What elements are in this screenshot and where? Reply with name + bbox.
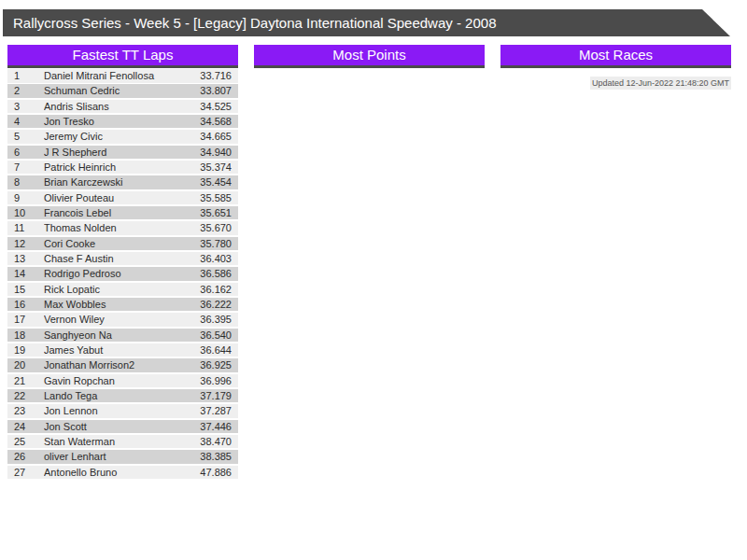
rank-cell: 18 (7, 329, 44, 343)
lap-time-cell: 38.385 (180, 450, 238, 464)
driver-name-cell: Vernon Wiley (44, 313, 180, 327)
table-row: 18Sanghyeon Na36.540 (7, 329, 238, 343)
table-row: 6J R Shepherd34.940 (7, 146, 238, 160)
driver-name-cell: J R Shepherd (44, 146, 180, 160)
table-row: 2Schuman Cedric33.807 (7, 84, 238, 98)
page-title-bar: Rallycross Series - Week 5 - [Legacy] Da… (3, 9, 730, 36)
rank-cell: 12 (7, 237, 44, 251)
rank-cell: 1 (7, 69, 44, 83)
table-row: 27Antonello Bruno47.886 (7, 466, 238, 480)
driver-name-cell: Jon Scott (44, 420, 180, 434)
lap-time-cell: 35.374 (180, 161, 238, 175)
table-row: 1Daniel Mitrani Fenollosa33.716 (7, 69, 238, 83)
rank-cell: 4 (7, 115, 44, 129)
lap-time-cell: 35.454 (180, 175, 238, 189)
rank-cell: 2 (7, 84, 44, 98)
table-row: 17Vernon Wiley36.395 (7, 313, 238, 327)
table-row: 3Andris Slisans34.525 (7, 100, 238, 114)
driver-name-cell: Andris Slisans (44, 100, 180, 114)
rank-cell: 22 (7, 389, 44, 403)
lap-time-cell: 36.395 (180, 313, 238, 327)
section-header-most-points: Most Points (254, 45, 485, 68)
fastest-tt-laps-section: Fastest TT Laps 1Daniel Mitrani Fenollos… (7, 45, 238, 481)
table-row: 9Olivier Pouteau35.585 (7, 191, 238, 205)
most-points-section: Most Points (254, 45, 485, 68)
rank-cell: 6 (7, 146, 44, 160)
lap-time-cell: 34.525 (180, 100, 238, 114)
table-row: 15Rick Lopatic36.162 (7, 283, 238, 297)
rank-cell: 10 (7, 206, 44, 220)
rank-cell: 8 (7, 175, 44, 189)
table-row: 26oliver Lenhart38.385 (7, 450, 238, 464)
rank-cell: 21 (7, 374, 44, 388)
rank-cell: 17 (7, 313, 44, 327)
section-header-fastest-tt-laps: Fastest TT Laps (7, 45, 238, 68)
lap-time-cell: 35.651 (180, 206, 238, 220)
table-row: 16Max Wobbles36.222 (7, 298, 238, 312)
fastest-tt-laps-table: 1Daniel Mitrani Fenollosa33.7162Schuman … (7, 69, 238, 479)
page: Rallycross Series - Week 5 - [Legacy] Da… (0, 0, 747, 560)
rank-cell: 13 (7, 252, 44, 266)
driver-name-cell: Brian Karczewski (44, 175, 180, 189)
rank-cell: 26 (7, 450, 44, 464)
driver-name-cell: James Yabut (44, 343, 180, 357)
rank-cell: 27 (7, 466, 44, 480)
rank-cell: 23 (7, 404, 44, 418)
rank-cell: 20 (7, 358, 44, 372)
rank-cell: 15 (7, 283, 44, 297)
lap-time-cell: 35.670 (180, 221, 238, 235)
driver-name-cell: Jeremy Civic (44, 130, 180, 144)
driver-name-cell: Max Wobbles (44, 298, 180, 312)
lap-time-cell: 36.403 (180, 252, 238, 266)
lap-time-cell: 36.586 (180, 267, 238, 281)
lap-time-cell: 34.665 (180, 130, 238, 144)
driver-name-cell: Rick Lopatic (44, 283, 180, 297)
driver-name-cell: Jon Tresko (44, 115, 180, 129)
rank-cell: 19 (7, 343, 44, 357)
driver-name-cell: Sanghyeon Na (44, 329, 180, 343)
lap-time-cell: 34.568 (180, 115, 238, 129)
page-title: Rallycross Series - Week 5 - [Legacy] Da… (13, 15, 497, 31)
table-row: 21Gavin Ropchan36.996 (7, 374, 238, 388)
lap-time-cell: 36.644 (180, 343, 238, 357)
rank-cell: 24 (7, 420, 44, 434)
driver-name-cell: Thomas Nolden (44, 221, 180, 235)
driver-name-cell: oliver Lenhart (44, 450, 180, 464)
driver-name-cell: Gavin Ropchan (44, 374, 180, 388)
table-row: 10Francois Lebel35.651 (7, 206, 238, 220)
rank-cell: 14 (7, 267, 44, 281)
lap-time-cell: 37.287 (180, 404, 238, 418)
lap-time-cell: 37.446 (180, 420, 238, 434)
driver-name-cell: Lando Tega (44, 389, 180, 403)
lap-time-cell: 47.886 (180, 466, 238, 480)
updated-line: Updated 12-Jun-2022 21:48:20 GMT (500, 73, 731, 90)
table-row: 22Lando Tega37.179 (7, 389, 238, 403)
lap-time-cell: 33.807 (180, 84, 238, 98)
table-row: 4Jon Tresko34.568 (7, 115, 238, 129)
driver-name-cell: Antonello Bruno (44, 466, 180, 480)
lap-time-cell: 36.925 (180, 358, 238, 372)
lap-time-cell: 35.585 (180, 191, 238, 205)
table-row: 14Rodrigo Pedroso36.586 (7, 267, 238, 281)
table-row: 13Chase F Austin36.403 (7, 252, 238, 266)
updated-timestamp: Updated 12-Jun-2022 21:48:20 GMT (590, 77, 731, 90)
rank-cell: 16 (7, 298, 44, 312)
driver-name-cell: Patrick Heinrich (44, 161, 180, 175)
lap-time-cell: 36.996 (180, 374, 238, 388)
rank-cell: 7 (7, 161, 44, 175)
rank-cell: 25 (7, 435, 44, 449)
lap-time-cell: 36.222 (180, 298, 238, 312)
table-row: 23Jon Lennon37.287 (7, 404, 238, 418)
lap-time-cell: 33.716 (180, 69, 238, 83)
lap-time-cell: 35.780 (180, 237, 238, 251)
driver-name-cell: Jonathan Morrison2 (44, 358, 180, 372)
lap-time-cell: 36.162 (180, 283, 238, 297)
driver-name-cell: Schuman Cedric (44, 84, 180, 98)
lap-time-cell: 34.940 (180, 146, 238, 160)
most-races-section: Most Races Updated 12-Jun-2022 21:48:20 … (500, 45, 731, 90)
driver-name-cell: Stan Waterman (44, 435, 180, 449)
driver-name-cell: Cori Cooke (44, 237, 180, 251)
table-row: 8Brian Karczewski35.454 (7, 175, 238, 189)
rank-cell: 11 (7, 221, 44, 235)
lap-time-cell: 37.179 (180, 389, 238, 403)
